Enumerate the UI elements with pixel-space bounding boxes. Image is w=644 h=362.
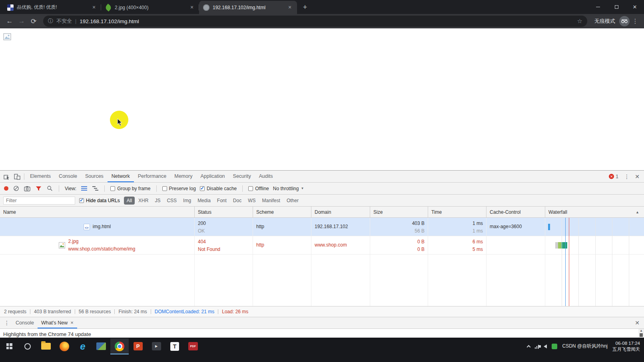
pill-media[interactable]: Media	[195, 197, 213, 205]
drawer-scrollbar[interactable]: ▲	[638, 329, 644, 338]
network-request-row-imghtml[interactable]: img.html 200 OK http 192.168.17.102 403 …	[0, 218, 644, 236]
back-button[interactable]: ←	[4, 16, 15, 27]
tab-close-icon[interactable]: ×	[189, 4, 195, 11]
browser-tab-image[interactable]: 2.jpg (400×400) ×	[101, 1, 199, 14]
window-maximize-button[interactable]	[607, 0, 626, 14]
pill-js[interactable]: JS	[152, 197, 163, 205]
devtools-menu-icon[interactable]: ⋮	[622, 171, 632, 182]
group-by-frame-checkbox[interactable]: Group by frame	[110, 186, 150, 191]
overview-toggle-icon[interactable]	[92, 185, 99, 192]
error-count-badge[interactable]: ✕ 1	[609, 174, 618, 179]
column-header-time[interactable]: Time	[428, 207, 486, 217]
column-header-status[interactable]: Status	[195, 207, 253, 217]
hide-data-urls-checkbox[interactable]: Hide data URLs	[79, 198, 120, 203]
browser-menu-icon[interactable]: ⋮	[630, 18, 640, 25]
search-icon[interactable]	[46, 185, 53, 192]
drawer-tab-whats-new[interactable]: What's New ×	[38, 317, 77, 328]
address-bar[interactable]: ⓘ 不安全 | 192.168.17.102/img.html ☆	[43, 16, 587, 27]
screenshot-capture-icon[interactable]	[24, 185, 31, 192]
drawer-tab-console[interactable]: Console	[12, 317, 38, 328]
throttling-select[interactable]: No throttling ▼	[273, 186, 304, 191]
media-player-button[interactable]: ▶	[147, 338, 165, 354]
broken-image-icon	[3, 33, 11, 41]
checkbox[interactable]	[110, 186, 115, 191]
network-signal-icon[interactable]	[535, 344, 539, 349]
disable-cache-checkbox[interactable]: Disable cache	[200, 186, 237, 191]
scrollbar-thumb[interactable]	[640, 333, 643, 337]
internet-explorer-button[interactable]: e	[74, 338, 92, 354]
file-explorer-button[interactable]	[37, 338, 55, 354]
filter-input[interactable]	[3, 197, 75, 205]
tab-security[interactable]: Security	[229, 171, 255, 182]
filter-funnel-icon[interactable]	[35, 185, 42, 192]
incognito-avatar[interactable]	[619, 16, 630, 26]
scroll-up-icon[interactable]: ▲	[640, 329, 643, 332]
pill-other[interactable]: Other	[284, 197, 301, 205]
tab-console[interactable]: Console	[55, 171, 81, 182]
bookmark-star-icon[interactable]: ☆	[577, 18, 582, 25]
tab-application[interactable]: Application	[196, 171, 229, 182]
network-request-row-2jpg[interactable]: 2.jpg www.shop.com/static/home/img 404 N…	[0, 236, 644, 255]
column-header-waterfall[interactable]: Waterfall ▲	[545, 207, 644, 217]
drawer-menu-icon[interactable]: ⋮	[2, 318, 12, 328]
pill-ws[interactable]: WS	[245, 197, 258, 205]
image-viewer-button[interactable]	[92, 338, 110, 354]
pill-doc[interactable]: Doc	[230, 197, 244, 205]
tab-performance[interactable]: Performance	[134, 171, 171, 182]
pill-all[interactable]: All	[124, 197, 135, 205]
text-editor-button[interactable]: T	[165, 338, 184, 354]
checkbox[interactable]	[200, 186, 205, 191]
firefox-button[interactable]	[55, 338, 74, 354]
offline-checkbox[interactable]: Offline	[248, 186, 269, 191]
column-header-domain[interactable]: Domain	[311, 207, 370, 217]
column-header-cache-control[interactable]: Cache-Control	[486, 207, 545, 217]
checkbox[interactable]	[79, 198, 84, 203]
pill-xhr[interactable]: XHR	[136, 197, 151, 205]
tab-audits[interactable]: Audits	[255, 171, 277, 182]
tab-network[interactable]: Network	[108, 171, 134, 182]
large-rows-toggle-icon[interactable]	[80, 185, 88, 192]
chrome-button[interactable]	[110, 338, 129, 354]
tab-close-icon[interactable]: ×	[91, 4, 97, 11]
start-button[interactable]	[0, 338, 18, 354]
device-toolbar-icon[interactable]	[12, 171, 22, 182]
tab-memory[interactable]: Memory	[170, 171, 196, 182]
preserve-log-checkbox[interactable]: Preserve log	[162, 186, 196, 191]
page-info-icon[interactable]: ⓘ	[48, 18, 53, 25]
pill-img[interactable]: Img	[180, 197, 194, 205]
clear-button[interactable]	[12, 185, 20, 192]
checkbox[interactable]	[162, 186, 167, 191]
column-header-size[interactable]: Size	[370, 207, 428, 217]
devtools-close-icon[interactable]: ✕	[632, 171, 642, 182]
drawer-tab-close-icon[interactable]: ×	[70, 317, 74, 328]
browser-tab-imghtml[interactable]: 192.168.17.102/img.html ×	[199, 1, 297, 14]
column-header-scheme[interactable]: Scheme	[253, 207, 311, 217]
forward-button[interactable]: →	[16, 16, 27, 27]
pill-manifest[interactable]: Manifest	[259, 197, 283, 205]
powerpoint-button[interactable]: P	[129, 338, 147, 354]
tab-close-icon[interactable]: ×	[287, 4, 293, 11]
volume-icon[interactable]	[544, 344, 547, 348]
taskbar-clock[interactable]: 06-08 17:24 五月飞雪闻天	[612, 340, 640, 352]
tab-elements[interactable]: Elements	[26, 171, 55, 182]
browser-tab-pinyougou[interactable]: 品优购, 优质! 优质! ×	[3, 1, 101, 14]
refresh-button[interactable]: ⟳	[28, 16, 39, 27]
tray-green-app-icon[interactable]	[552, 344, 557, 349]
pdf-app-button[interactable]: PDF	[184, 338, 202, 354]
checkbox[interactable]	[248, 186, 253, 191]
request-path: www.shop.com/static/home/img	[68, 245, 135, 253]
new-tab-button[interactable]: +	[299, 2, 311, 13]
pill-css[interactable]: CSS	[164, 197, 179, 205]
cortana-button[interactable]	[18, 338, 37, 354]
window-close-button[interactable]: ✕	[626, 0, 644, 14]
inspect-element-icon[interactable]	[2, 171, 12, 182]
waterfall-label: Waterfall	[548, 209, 567, 215]
tray-chevron-up-icon[interactable]	[527, 345, 531, 349]
window-minimize-button[interactable]	[589, 0, 607, 14]
column-header-name[interactable]: Name	[0, 207, 195, 217]
drawer-close-icon[interactable]: ✕	[632, 318, 642, 328]
browser-tab-strip: 品优购, 优质! 优质! × 2.jpg (400×400) × 192.168…	[0, 0, 644, 14]
record-button[interactable]	[4, 186, 8, 191]
pill-font[interactable]: Font	[214, 197, 229, 205]
tab-sources[interactable]: Sources	[81, 171, 108, 182]
